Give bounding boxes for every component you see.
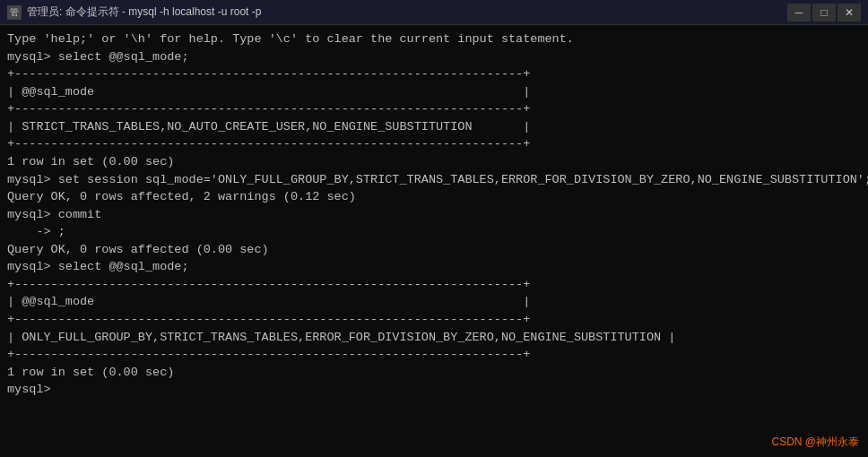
terminal-line: | @@sql_mode | [7, 293, 861, 311]
terminal-line: Type 'help;' or '\h' for help. Type '\c'… [7, 30, 861, 48]
terminal-line: mysql> set session sql_mode='ONLY_FULL_G… [7, 171, 861, 189]
title-bar-controls: ─ □ ✕ [787, 4, 861, 22]
title-bar-text: 管理员: 命令提示符 - mysql -h localhost -u root … [27, 4, 261, 20]
terminal-line: Query OK, 0 rows affected, 2 warnings (0… [7, 188, 861, 206]
terminal-line: +---------------------------------------… [7, 311, 861, 329]
maximize-button[interactable]: □ [812, 4, 836, 22]
title-bar: 管 管理员: 命令提示符 - mysql -h localhost -u roo… [0, 0, 868, 25]
terminal-line: | ONLY_FULL_GROUP_BY,STRICT_TRANS_TABLES… [7, 329, 861, 347]
watermark: CSDN @神州永泰 [771, 435, 859, 450]
terminal-line: mysql> commit [7, 206, 861, 224]
terminal-line: +---------------------------------------… [7, 65, 861, 83]
terminal-line: +---------------------------------------… [7, 346, 861, 364]
terminal-line: mysql> [7, 381, 861, 399]
terminal-line: +---------------------------------------… [7, 276, 861, 294]
terminal-line: Query OK, 0 rows affected (0.00 sec) [7, 241, 861, 259]
terminal-line: mysql> select @@sql_mode; [7, 258, 861, 276]
terminal-window[interactable]: Type 'help;' or '\h' for help. Type '\c'… [0, 25, 868, 457]
terminal-line: 1 row in set (0.00 sec) [7, 364, 861, 382]
terminal-icon: 管 [7, 5, 22, 20]
watermark-prefix: CSDN [771, 435, 804, 448]
minimize-button[interactable]: ─ [787, 4, 811, 22]
terminal-line: 1 row in set (0.00 sec) [7, 153, 861, 171]
terminal-content: Type 'help;' or '\h' for help. Type '\c'… [7, 30, 861, 399]
title-bar-left: 管 管理员: 命令提示符 - mysql -h localhost -u roo… [7, 4, 261, 20]
terminal-line: +---------------------------------------… [7, 135, 861, 153]
close-button[interactable]: ✕ [838, 4, 861, 22]
terminal-line: mysql> select @@sql_mode; [7, 48, 861, 66]
terminal-line: | @@sql_mode | [7, 83, 861, 101]
terminal-line: | STRICT_TRANS_TABLES,NO_AUTO_CREATE_USE… [7, 118, 861, 136]
terminal-line: +---------------------------------------… [7, 100, 861, 118]
watermark-highlight: @神州永泰 [805, 435, 859, 448]
terminal-line: -> ; [7, 223, 861, 241]
